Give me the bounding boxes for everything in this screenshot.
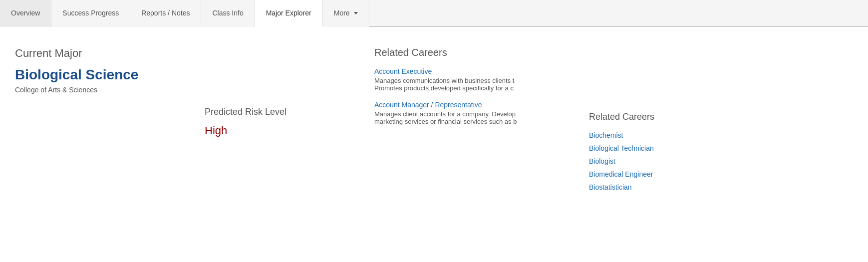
tab-bar: Overview Success Progress Reports / Note… bbox=[0, 0, 868, 27]
main-content: Current Major Biological Science College… bbox=[0, 27, 868, 206]
tab-class-info[interactable]: Class Info bbox=[201, 0, 255, 27]
career-link-0[interactable]: Account Executive bbox=[374, 67, 569, 75]
tab-more[interactable]: More bbox=[323, 0, 369, 27]
career-desc-1-line2: marketing services or financial services… bbox=[374, 118, 554, 125]
career-item-1: Account Manager / Representative Manages… bbox=[374, 101, 569, 125]
careers-center-column: Related Careers Account Executive Manage… bbox=[374, 47, 569, 196]
related-career-link-1[interactable]: Biological Technician bbox=[589, 144, 853, 152]
middle-column: Predicted Risk Level High bbox=[185, 47, 374, 196]
tab-reports-notes-label: Reports / Notes bbox=[141, 9, 190, 17]
left-column: Current Major Biological Science College… bbox=[15, 47, 185, 196]
related-career-link-4[interactable]: Biostatistician bbox=[589, 183, 853, 191]
tab-success-progress-label: Success Progress bbox=[62, 9, 119, 17]
related-careers-center-title: Related Careers bbox=[374, 47, 569, 58]
career-desc-1-line1: Manages client accounts for a company. D… bbox=[374, 110, 554, 118]
related-career-link-3[interactable]: Biomedical Engineer bbox=[589, 170, 853, 178]
tab-overview[interactable]: Overview bbox=[0, 0, 51, 27]
current-major-label: Current Major bbox=[15, 47, 185, 60]
risk-value: High bbox=[205, 124, 374, 137]
career-desc-0-line2: Promotes products developed specifically… bbox=[374, 84, 554, 92]
career-link-1[interactable]: Account Manager / Representative bbox=[374, 101, 569, 109]
major-name: Biological Science bbox=[15, 67, 185, 83]
related-careers-right-title: Related Careers bbox=[589, 112, 853, 122]
tab-reports-notes[interactable]: Reports / Notes bbox=[130, 0, 201, 27]
tab-more-label: More bbox=[334, 9, 350, 17]
college-name: College of Arts & Sciences bbox=[15, 86, 185, 94]
tab-major-explorer-label: Major Explorer bbox=[266, 9, 311, 17]
tab-class-info-label: Class Info bbox=[212, 9, 243, 17]
career-item-0: Account Executive Manages communications… bbox=[374, 67, 569, 92]
chevron-down-icon bbox=[354, 12, 358, 14]
tab-success-progress[interactable]: Success Progress bbox=[51, 0, 130, 27]
tab-overview-label: Overview bbox=[11, 9, 40, 17]
related-career-link-0[interactable]: Biochemist bbox=[589, 131, 853, 139]
right-column: Related Careers Biochemist Biological Te… bbox=[569, 47, 853, 196]
related-career-link-2[interactable]: Biologist bbox=[589, 157, 853, 165]
risk-label: Predicted Risk Level bbox=[205, 107, 374, 117]
tab-major-explorer[interactable]: Major Explorer bbox=[255, 0, 323, 27]
career-desc-0-line1: Manages communications with business cli… bbox=[374, 77, 554, 84]
